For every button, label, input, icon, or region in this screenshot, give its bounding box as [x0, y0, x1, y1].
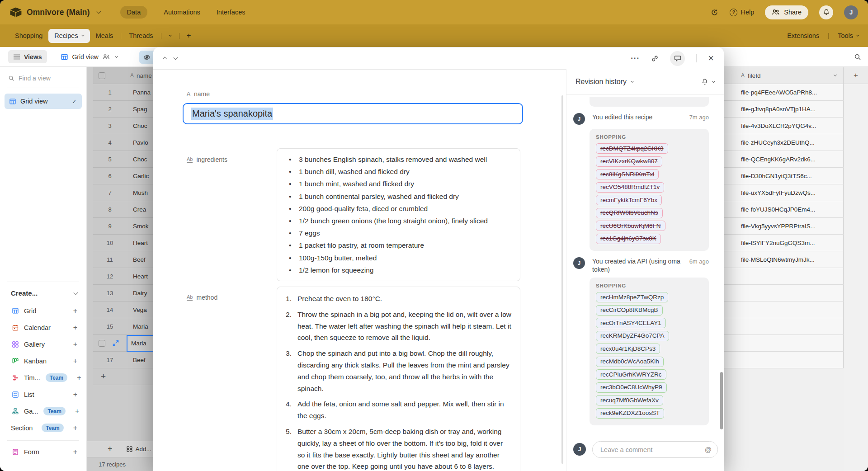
- create-item-calendar[interactable]: Calendar +: [0, 319, 86, 336]
- fileid-cell[interactable]: [724, 335, 844, 352]
- tab-shopping[interactable]: Shopping: [9, 24, 48, 47]
- notifications-button[interactable]: [819, 5, 833, 19]
- nav-interfaces[interactable]: Interfaces: [217, 9, 245, 16]
- fileid-cell[interactable]: file-pq4FEeeAWO5aPRh8...: [724, 84, 844, 101]
- divider: [7, 282, 79, 282]
- create-item-gantt[interactable]: Ga... Team +: [0, 403, 86, 419]
- record-id-pill-removed: recVO5488RmdIZT1v: [596, 182, 664, 193]
- create-header[interactable]: Create...: [0, 284, 86, 302]
- add-view-button[interactable]: +: [73, 307, 77, 315]
- nav-data[interactable]: Data: [120, 6, 148, 19]
- tab-recipes[interactable]: Recipes: [48, 29, 90, 43]
- tools-button[interactable]: Tools: [838, 32, 859, 39]
- create-item-list[interactable]: List +: [0, 386, 86, 403]
- close-icon[interactable]: ×: [708, 53, 714, 63]
- help-button[interactable]: ? Help: [730, 9, 754, 16]
- ingredients-field-value[interactable]: 3 bunches English spinach, stalks remove…: [277, 148, 520, 281]
- add-field-button[interactable]: +: [844, 67, 868, 84]
- copy-record-link-icon[interactable]: [651, 55, 659, 62]
- create-item-gallery[interactable]: Gallery +: [0, 336, 86, 353]
- record-id-pill-added: recuq7Mf0GbWefaXv: [596, 395, 663, 405]
- watch-record-button[interactable]: [701, 78, 715, 85]
- row-number: 15: [93, 323, 127, 330]
- create-item-grid[interactable]: Grid +: [0, 302, 86, 319]
- method-field-value[interactable]: Preheat the oven to 180°C.Throw the spin…: [277, 287, 520, 471]
- user-avatar[interactable]: J: [844, 5, 858, 19]
- search-icon[interactable]: [854, 53, 861, 61]
- add-table-button[interactable]: +: [187, 31, 191, 40]
- row-checkbox[interactable]: [99, 340, 105, 347]
- create-item-section[interactable]: Section Team +: [0, 419, 86, 436]
- create-item-timeline[interactable]: Tim... Team +: [0, 369, 86, 386]
- fileid-cell[interactable]: file-foYUJS0HCqJP0Em4...: [724, 201, 844, 218]
- next-record-button[interactable]: [174, 56, 178, 60]
- more-options-icon[interactable]: ···: [631, 54, 640, 63]
- ingredient-item: 1 packet filo pastry, at room temperatur…: [285, 239, 512, 251]
- fileid-cell[interactable]: file-zHUCeyh3x2DEUthQ...: [724, 134, 844, 151]
- fileid-cell[interactable]: [724, 285, 844, 301]
- row-number: 10: [93, 240, 127, 246]
- find-view-search[interactable]: [0, 67, 86, 88]
- fileid-cell[interactable]: file-lSYlFY2nuGgGQS3m...: [724, 235, 844, 251]
- ingredient-item: 1/2 lemon for squeezing: [285, 264, 512, 276]
- panel-scrollbar[interactable]: [720, 372, 723, 429]
- extensions-button[interactable]: Extensions: [787, 32, 819, 39]
- fileid-cell[interactable]: file-Vkg5yyvsYPPRPtraIS...: [724, 218, 844, 235]
- fileid-cell[interactable]: file-uxYX5dFyfFyuDzwQs...: [724, 184, 844, 201]
- table-list-chevron[interactable]: [163, 24, 177, 47]
- create-label: Create...: [11, 289, 38, 297]
- nav-automations[interactable]: Automations: [164, 9, 200, 16]
- create-item-label: Tim...: [24, 374, 40, 382]
- fileid-cell[interactable]: file-MSLoQtN6wtmyJmJk...: [724, 251, 844, 268]
- add-view-button[interactable]: +: [73, 391, 77, 399]
- fileid-cell[interactable]: [724, 318, 844, 335]
- ingredient-item: 200g good-quality feta, diced or crumble…: [285, 203, 512, 215]
- add-view-button[interactable]: +: [77, 374, 81, 382]
- fileid-cell[interactable]: file-QCEngKK6gARv2dk6...: [724, 151, 844, 168]
- comment-input[interactable]: @: [592, 441, 718, 458]
- fileid-cell[interactable]: [724, 268, 844, 285]
- tab-meals[interactable]: Meals: [90, 24, 119, 47]
- content-scrollbar[interactable]: [561, 95, 563, 464]
- row-number: 3: [93, 122, 127, 129]
- add-view-button[interactable]: +: [73, 357, 77, 365]
- share-button[interactable]: Share: [765, 5, 808, 19]
- record-id-pill-added: rec3bO0eC8UcWhyP9: [596, 382, 667, 393]
- name-column-header[interactable]: name: [137, 72, 152, 79]
- add-record-button[interactable]: +: [108, 444, 113, 454]
- comment-text-input[interactable]: [600, 446, 705, 453]
- ingredient-item: 7 eggs: [285, 227, 512, 239]
- base-switcher[interactable]: Omnivore (Main): [10, 7, 100, 17]
- name-field-input[interactable]: Maria's spanakopita: [183, 103, 523, 124]
- add-view-button[interactable]: +: [73, 324, 77, 332]
- expand-record-icon[interactable]: [113, 340, 119, 346]
- sidebar-item-grid-view[interactable]: Grid view ✓: [5, 94, 82, 109]
- create-item-form[interactable]: Form +: [0, 443, 86, 460]
- revision-history-selector[interactable]: Revision history: [576, 78, 633, 86]
- add-view-button[interactable]: +: [75, 407, 79, 415]
- add-view-button[interactable]: +: [73, 340, 77, 349]
- select-all-checkbox[interactable]: [99, 72, 105, 79]
- add-view-button[interactable]: +: [73, 448, 77, 456]
- fileid-cell[interactable]: [724, 301, 844, 318]
- history-icon[interactable]: [710, 8, 719, 17]
- fileid-column-header[interactable]: A fileId: [724, 67, 844, 84]
- revision-list[interactable]: J You edited this recipe 7m ago SHOPPING…: [566, 95, 724, 435]
- fileid-cell[interactable]: file-4v3DoXLCR2pYQG4v...: [724, 118, 844, 134]
- mention-icon[interactable]: @: [705, 446, 712, 453]
- current-view-button[interactable]: Grid view: [61, 53, 117, 61]
- create-item-label: Gallery: [24, 341, 45, 348]
- team-badge: Team: [42, 424, 63, 432]
- create-item-kanban[interactable]: Kanban +: [0, 353, 86, 369]
- previous-record-button[interactable]: [163, 57, 167, 61]
- comments-toggle-icon[interactable]: [670, 51, 685, 66]
- record-id-pill-added: recx0u4r1KjD8CPs3: [596, 344, 660, 354]
- find-view-input[interactable]: [19, 75, 69, 82]
- add-view-button[interactable]: +: [73, 424, 77, 432]
- fileid-cell[interactable]: [724, 352, 844, 368]
- views-toggle-button[interactable]: Views: [8, 50, 47, 63]
- add-extension-label[interactable]: Add...: [136, 446, 151, 452]
- fileid-cell[interactable]: file-gJtvq8pA0snVTjp1HA...: [724, 101, 844, 118]
- fileid-cell[interactable]: file-D30hGN1ytQ3tTS6c...: [724, 168, 844, 184]
- tab-threads[interactable]: Threads: [123, 24, 159, 47]
